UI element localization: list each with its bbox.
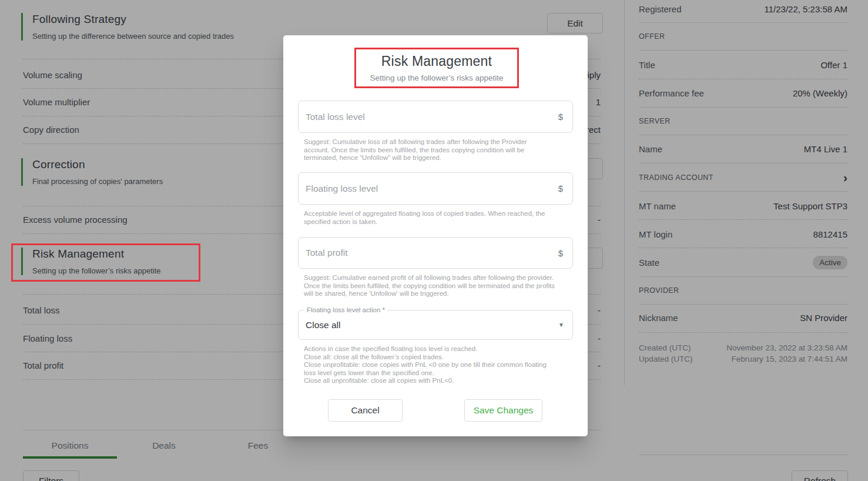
currency-suffix: $ [558, 112, 563, 122]
floating-loss-level-field[interactable]: $ [298, 172, 573, 205]
total-loss-helper-text: Suggest: Cumulative loss of all followin… [304, 138, 554, 162]
total-profit-helper-text: Suggest: Cumulative earned profit of all… [304, 274, 560, 298]
floating-loss-level-input[interactable] [306, 183, 558, 194]
total-loss-level-field[interactable]: $ [298, 101, 573, 133]
annotation-box-risk-section [11, 243, 200, 282]
risk-management-dialog: Risk Management Setting up the follower’… [283, 35, 588, 436]
save-changes-button[interactable]: Save Changes [464, 399, 542, 422]
floating-loss-action-select[interactable]: Floating loss level action * Close all ▼ [298, 310, 573, 340]
total-profit-field[interactable]: $ [298, 237, 573, 269]
dialog-title: Risk Management [356, 54, 517, 69]
floating-loss-action-helper-text: Actions in case the specified floating l… [304, 345, 558, 385]
dialog-subtitle: Setting up the follower’s risks appetite [356, 74, 517, 82]
floating-loss-helper-text: Acceptable level of aggregated floating … [304, 210, 562, 226]
cancel-button[interactable]: Cancel [328, 399, 403, 422]
copy-trading-settings-page: Following Strategy Setting up the differ… [0, 0, 868, 481]
dropdown-arrow-icon: ▼ [558, 322, 564, 328]
currency-suffix: $ [558, 183, 563, 193]
total-loss-level-input[interactable] [306, 112, 558, 122]
select-value: Close all [306, 320, 340, 330]
total-profit-input[interactable] [306, 248, 558, 258]
annotation-box-dialog-title: Risk Management Setting up the follower’… [354, 48, 519, 88]
currency-suffix: $ [558, 248, 563, 258]
select-label: Floating loss level action * [304, 306, 387, 313]
